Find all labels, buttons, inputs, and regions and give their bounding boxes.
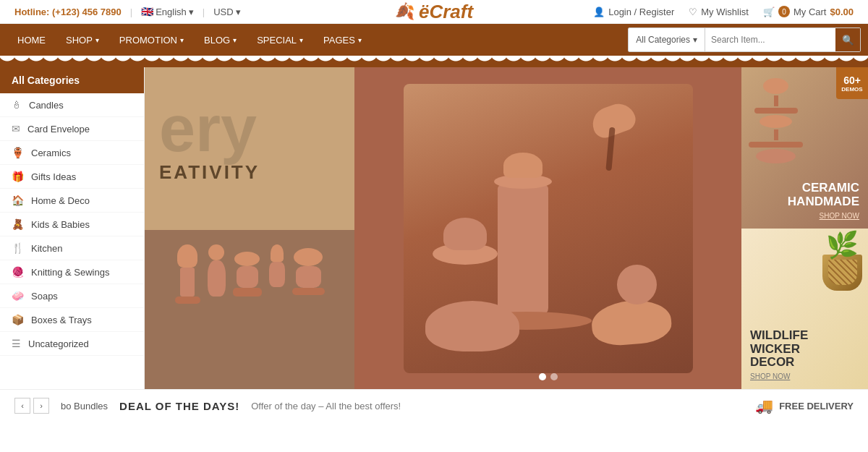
sidebar-item-uncategorized[interactable]: ☰ Uncategorized	[0, 332, 144, 356]
divider: |	[130, 7, 132, 17]
sidebar-item-knitting[interactable]: 🧶 Knitting & Sewings	[0, 260, 144, 284]
sidebar-item-kids[interactable]: 🧸 Kids & Babies	[0, 213, 144, 236]
currency-label: USD	[213, 7, 233, 17]
top-bar: Hotline: (+123) 456 7890 | 🇬🇧 English ▾ …	[0, 0, 868, 24]
ceramics-icon: 🏺	[12, 147, 24, 158]
wishlist-button[interactable]: ♡ My Wishlist	[689, 7, 749, 17]
currency-selector[interactable]: USD ▾	[213, 7, 240, 17]
banner-wildlife[interactable]: 🌿 WILDLIFEWICKERDECOR SHOP NOW	[741, 229, 868, 390]
gift-icon: 🎁	[12, 171, 24, 182]
nav-blog[interactable]: BLOG ▾	[194, 24, 247, 56]
sidebar-item-candles[interactable]: 🕯 Candles	[0, 93, 144, 117]
hotline-label: Hotline:	[14, 7, 49, 17]
free-delivery-text: FREE DELIVERY	[779, 401, 854, 412]
hero-inner: ery EATIVITY	[145, 67, 741, 389]
slider-dot-2[interactable]	[550, 373, 558, 380]
nav-home-label: HOME	[17, 35, 46, 46]
search-category-label: All Categories	[636, 35, 690, 45]
box-icon: 📦	[12, 314, 24, 325]
nav-items: HOME SHOP ▾ PROMOTION ▾ BLOG ▾ SPECIAL ▾…	[7, 24, 628, 56]
search-input[interactable]	[705, 28, 835, 51]
special-chevron-icon: ▾	[299, 36, 303, 44]
divider2: |	[203, 7, 205, 17]
sidebar-item-kitchen[interactable]: 🍴 Kitchen	[0, 236, 144, 260]
blog-chevron-icon: ▾	[233, 36, 237, 44]
banner-ceramic-shop[interactable]: SHOP NOW	[788, 212, 859, 220]
hero-text-partial1: ery	[159, 96, 340, 161]
shelf-item4	[269, 244, 285, 287]
sidebar-item-ceramics[interactable]: 🏺 Ceramics	[0, 141, 144, 165]
nav-pages[interactable]: PAGES ▾	[313, 24, 372, 56]
language-selector[interactable]: 🇬🇧 English ▾	[141, 6, 194, 17]
cart-button[interactable]: 🛒 0 My Cart $0.00	[763, 6, 854, 17]
search-cat-chevron-icon: ▾	[693, 35, 697, 45]
sidebar-item-soaps[interactable]: 🧼 Soaps	[0, 284, 144, 308]
hero-left-panel: ery EATIVITY	[145, 67, 354, 389]
sidebar-item-gifts[interactable]: 🎁 Gifts Ideas	[0, 165, 144, 189]
knitting-icon: 🧶	[12, 266, 24, 278]
search-category-selector[interactable]: All Categories ▾	[629, 28, 705, 51]
slider-dot-1[interactable]	[539, 373, 546, 380]
ceramic-scene	[404, 84, 693, 373]
hero-shelf	[145, 230, 354, 389]
ceramic-stand-illustration	[749, 78, 803, 163]
badge-number: 60+	[843, 74, 861, 86]
sidebar-kitchen-label: Kitchen	[31, 243, 62, 254]
nav-shop[interactable]: SHOP ▾	[56, 24, 109, 56]
shelf-item3	[233, 252, 262, 297]
slider-dots	[539, 373, 558, 380]
right-banners: 60+ DEMOS CERAMICHANDMADE SHOP NOW	[741, 67, 868, 389]
nav-promotion[interactable]: PROMOTION ▾	[109, 24, 194, 56]
nav-special[interactable]: SPECIAL ▾	[247, 24, 313, 56]
sidebar-title: All Categories	[0, 67, 144, 93]
soap-icon: 🧼	[12, 290, 24, 302]
sidebar: All Categories 🕯 Candles ✉ Card Envelope…	[0, 67, 145, 389]
badge-corner: 60+ DEMOS	[836, 67, 868, 99]
nav-promotion-label: PROMOTION	[119, 35, 177, 46]
badge-sub-label: DEMOS	[841, 86, 862, 93]
sidebar-item-home-deco[interactable]: 🏠 Home & Deco	[0, 189, 144, 213]
hotline: Hotline: (+123) 456 7890	[14, 7, 122, 17]
prev-button[interactable]: ‹	[14, 398, 30, 414]
sidebar-gifts-label: Gifts Ideas	[31, 171, 76, 182]
nav-special-label: SPECIAL	[257, 35, 297, 46]
kitchen-icon: 🍴	[12, 242, 24, 254]
bundle-label: bo Bundles	[61, 401, 108, 412]
sidebar-kids-label: Kids & Babies	[31, 219, 90, 230]
logo-area[interactable]: 🍂 ëCraft	[395, 1, 473, 23]
hotline-number: (+123) 456 7890	[52, 7, 122, 17]
deal-label: DEAL OF THE DAYS!	[119, 400, 239, 412]
cart-label: My Cart	[793, 7, 827, 17]
next-button[interactable]: ›	[33, 398, 49, 414]
account-icon: 👤	[593, 7, 605, 17]
banner-wildlife-shop[interactable]: SHOP NOW	[750, 372, 859, 380]
banner-ceramic-text: CERAMICHANDMADE SHOP NOW	[788, 182, 859, 219]
sidebar-ceramics-label: Ceramics	[31, 148, 71, 158]
envelope-icon: ✉	[12, 123, 20, 135]
heart-icon: ♡	[689, 7, 697, 17]
truck-icon: 🚚	[755, 397, 773, 414]
shelf-item2	[208, 244, 226, 297]
hero-text-partial2: EATIVITY	[159, 161, 340, 184]
uncategorized-icon: ☰	[12, 338, 21, 349]
logo-text: ëCraft	[419, 1, 473, 23]
sidebar-card-envelope-label: Card Envelope	[27, 124, 90, 135]
nav-shop-label: SHOP	[66, 35, 93, 46]
sidebar-home-deco-label: Home & Deco	[31, 195, 90, 206]
hero-slider: ery EATIVITY	[145, 67, 741, 389]
shelf-item5	[292, 248, 325, 295]
candle-icon: 🕯	[12, 99, 22, 111]
banner-wildlife-text: WILDLIFEWICKERDECOR SHOP NOW	[750, 329, 859, 380]
sidebar-item-boxes[interactable]: 📦 Boxes & Trays	[0, 308, 144, 332]
nav-pages-label: PAGES	[323, 35, 355, 46]
sidebar-item-card-envelope[interactable]: ✉ Card Envelope	[0, 117, 144, 141]
account-label: Login / Register	[608, 7, 674, 17]
cart-icon: 🛒	[763, 7, 775, 17]
search-button[interactable]: 🔍	[835, 28, 860, 51]
nav-home[interactable]: HOME	[7, 24, 56, 56]
banner-ceramic[interactable]: 60+ DEMOS CERAMICHANDMADE SHOP NOW	[741, 67, 868, 229]
logo-icon: 🍂	[395, 2, 414, 21]
account-button[interactable]: 👤 Login / Register	[593, 7, 674, 17]
free-delivery: 🚚 FREE DELIVERY	[755, 397, 854, 414]
lang-chevron-icon: ▾	[189, 7, 194, 17]
